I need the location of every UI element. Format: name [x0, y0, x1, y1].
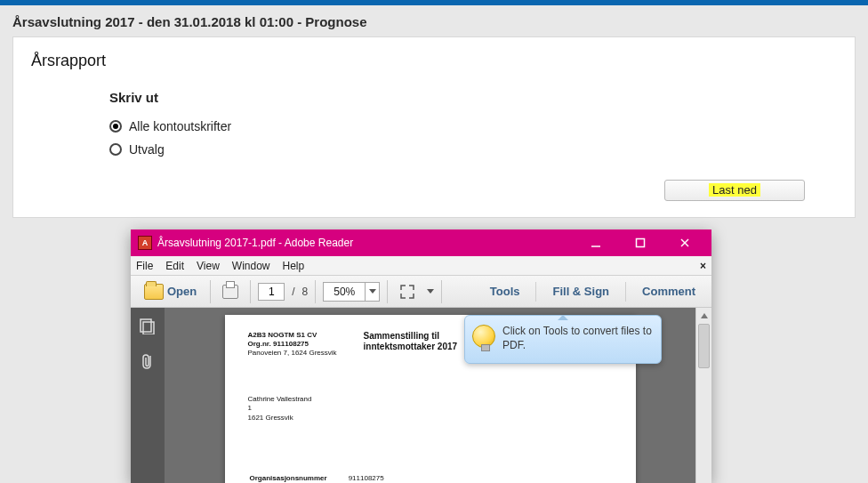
toolbar-separator	[441, 280, 442, 303]
print-button[interactable]	[218, 280, 243, 303]
section-title: Skriv ut	[109, 90, 855, 105]
pdf-recipient-name: Cathrine Vallestrand	[248, 395, 613, 404]
report-panel: Årsrapport Skriv ut Alle kontoutskrifter…	[12, 36, 856, 218]
svg-rect-4	[141, 319, 151, 332]
toolbar-separator	[387, 280, 388, 303]
page-sep: /	[292, 286, 294, 298]
adobe-reader-window: A Årsavslutning 2017-1.pdf - Adobe Reade…	[131, 229, 711, 483]
tooltip-caret-icon	[558, 315, 568, 320]
document-area: A2B3 NOGTM S1 CV Org.nr. 911108275 Panov…	[131, 308, 711, 483]
menu-view[interactable]: View	[197, 260, 220, 272]
toolbar-separator	[210, 280, 211, 303]
zoom-dropdown-icon[interactable]	[365, 283, 379, 301]
printer-icon	[222, 285, 238, 299]
folder-icon	[144, 284, 164, 300]
scroll-up-icon[interactable]	[696, 308, 711, 324]
thumbnails-icon[interactable]	[138, 317, 157, 336]
menu-help[interactable]: Help	[283, 260, 305, 272]
button-row: Last ned	[13, 165, 855, 201]
panel-title: Årsrapport	[13, 37, 855, 81]
window-minimize-button[interactable]	[576, 230, 615, 255]
open-button[interactable]: Open	[138, 280, 203, 303]
fit-page-button[interactable]	[395, 280, 420, 303]
attachments-icon[interactable]	[138, 352, 157, 372]
lightbulb-icon	[472, 325, 495, 348]
document-viewport[interactable]: A2B3 NOGTM S1 CV Org.nr. 911108275 Panov…	[165, 308, 695, 483]
pdf-recipient-post: 1621 Gressvik	[248, 414, 613, 423]
toolbar-separator	[250, 280, 251, 303]
vertical-scrollbar[interactable]	[695, 308, 711, 483]
toolbar-separator	[535, 282, 536, 302]
pdf-t-val1: 911108275	[349, 474, 432, 482]
pdf-detail-table: Organisasjonsnummer911108275 NavnCathrin…	[248, 472, 434, 483]
document-close-button[interactable]: ×	[700, 260, 706, 272]
menu-edit[interactable]: Edit	[165, 260, 184, 272]
tooltip-text: Click on Tools to convert files to PDF.	[502, 325, 652, 351]
radio-selection[interactable]	[109, 143, 122, 156]
pdf-heading-1: Sammenstilling til	[364, 331, 458, 342]
page-title: Årsavslutning 2017 - den 31.01.2018 kl 0…	[0, 5, 868, 36]
reader-titlebar[interactable]: A Årsavslutning 2017-1.pdf - Adobe Reade…	[131, 229, 711, 256]
side-rail	[131, 308, 165, 483]
open-label: Open	[167, 285, 197, 298]
comment-button[interactable]: Comment	[633, 285, 704, 298]
radio-all-row[interactable]: Alle kontoutskrifter	[109, 119, 855, 133]
radio-selection-label: Utvalg	[129, 142, 165, 157]
expand-icon	[399, 284, 415, 300]
pdf-t-lbl1: Organisasjonsnummer	[250, 474, 347, 482]
fit-dropdown-icon[interactable]	[427, 289, 434, 294]
pdf-recipient-id: 1	[248, 404, 613, 413]
window-close-button[interactable]	[665, 230, 704, 255]
fill-sign-button[interactable]: Fill & Sign	[543, 285, 618, 298]
zoom-value: 50%	[324, 286, 365, 298]
page-number-input[interactable]	[258, 283, 285, 301]
print-section: Skriv ut Alle kontoutskrifter Utvalg	[13, 81, 855, 157]
menu-file[interactable]: File	[136, 260, 153, 272]
zoom-select[interactable]: 50%	[323, 282, 380, 302]
radio-all[interactable]	[109, 120, 122, 133]
svg-rect-1	[637, 239, 645, 247]
radio-all-label: Alle kontoutskrifter	[129, 119, 231, 133]
reader-menubar: File Edit View Window Help ×	[131, 256, 711, 276]
tools-tooltip: Click on Tools to convert files to PDF.	[464, 315, 662, 364]
radio-selection-row[interactable]: Utvalg	[109, 142, 855, 157]
toolbar-separator	[315, 280, 316, 303]
menu-window[interactable]: Window	[232, 260, 270, 272]
reader-toolbar: Open / 8 50% Tools Fill & Sign Comment	[131, 276, 711, 308]
scroll-thumb[interactable]	[698, 324, 710, 368]
download-button-label: Last ned	[709, 183, 760, 197]
toolbar-separator	[625, 282, 626, 302]
pdf-app-icon: A	[138, 236, 152, 250]
pdf-heading-2: inntektsmottaker 2017	[364, 342, 458, 352]
page-total: 8	[302, 286, 309, 298]
window-maximize-button[interactable]	[621, 230, 660, 255]
reader-title: Årsavslutning 2017-1.pdf - Adobe Reader	[157, 237, 353, 249]
svg-rect-5	[143, 322, 154, 334]
tools-button[interactable]: Tools	[481, 285, 529, 298]
download-button[interactable]: Last ned	[664, 180, 805, 201]
